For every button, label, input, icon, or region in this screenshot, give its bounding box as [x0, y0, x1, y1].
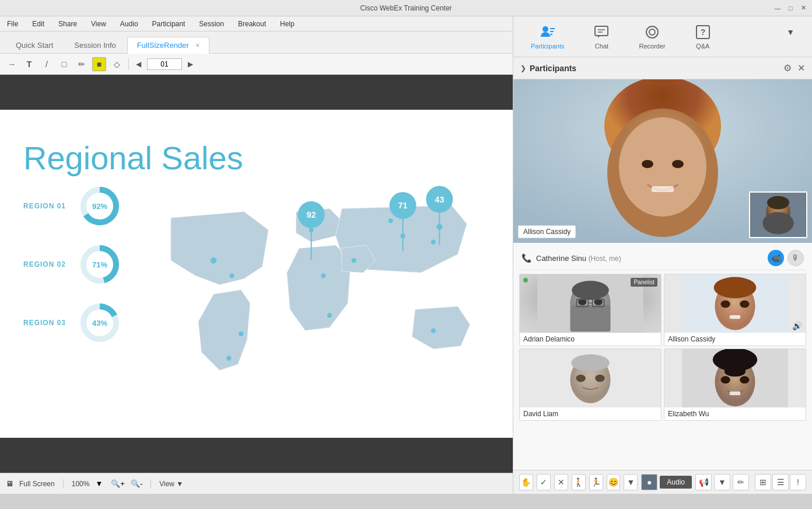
svg-rect-53 [570, 305, 610, 332]
faster-button[interactable]: 🏃 [589, 474, 603, 490]
chat-icon-button[interactable]: Chat [593, 24, 610, 50]
svg-point-43 [642, 160, 653, 168]
pen-tool[interactable]: ✏ [75, 57, 89, 71]
region-row-1: REGION 01 92% [23, 186, 120, 226]
svg-point-61 [714, 277, 757, 298]
slide-status-bar: 🖥 Full Screen 100% ▼ 🔍+ 🔍- View ▼ [0, 473, 513, 494]
close-button[interactable]: ✕ [799, 4, 807, 12]
gear-icon[interactable]: ⚙ [783, 62, 792, 74]
emoji-dropdown[interactable]: ▼ [624, 474, 638, 490]
line-tool[interactable]: / [40, 57, 54, 71]
fill-tool[interactable]: ■ [92, 57, 106, 71]
region-label-2: REGION 02 [23, 260, 70, 269]
participants-icon-button[interactable]: Participants [531, 24, 564, 50]
svg-point-10 [321, 273, 326, 278]
recorder-icon-button[interactable]: Recorder [639, 24, 665, 50]
region-donut-3: 43% [79, 302, 120, 343]
world-map-area: 92 71 43 [134, 156, 513, 438]
menu-session[interactable]: Session [197, 19, 226, 29]
menu-file[interactable]: File [5, 19, 20, 29]
info-button[interactable]: ! [790, 474, 806, 490]
participant-name-4: Elizabeth Wu [664, 407, 806, 420]
region-label-1: REGION 01 [23, 202, 70, 210]
svg-text:?: ? [700, 27, 705, 37]
svg-point-75 [740, 376, 749, 384]
host-controls: 📹 🎙 [768, 250, 804, 266]
maximize-button[interactable]: □ [786, 4, 794, 12]
prev-page-button[interactable]: ◀ [134, 59, 144, 69]
svg-point-69 [595, 375, 604, 382]
region-donut-2: 71% [79, 244, 120, 285]
menu-audio[interactable]: Audio [118, 19, 141, 29]
rect-tool[interactable]: □ [57, 57, 71, 71]
list-view-button[interactable]: ☰ [772, 474, 789, 490]
right-bottom-right: 📢 ▼ ✏ [695, 474, 749, 490]
zoom-out[interactable]: 🔍- [131, 479, 142, 488]
minimize-button[interactable]: — [774, 4, 782, 12]
main-video-name-badge: Allison Cassidy [518, 225, 576, 238]
menu-help[interactable]: Help [278, 19, 297, 29]
tab-full-size-render[interactable]: FullSizeRender × [127, 37, 210, 54]
svg-point-52 [572, 281, 609, 300]
expand-arrow[interactable]: ▼ [786, 27, 794, 37]
svg-point-49 [767, 196, 789, 210]
svg-point-68 [576, 375, 585, 382]
top-icon-bar: Participants Chat Recorder [513, 16, 812, 57]
raise-hand-button[interactable]: ✋ [519, 474, 533, 490]
svg-rect-64 [730, 315, 740, 319]
annotate-button[interactable]: ✏ [733, 474, 749, 490]
svg-point-16 [431, 328, 436, 333]
svg-point-62 [720, 301, 730, 308]
left-panel: File Edit Share View Audio Participant S… [0, 16, 513, 494]
arrow-tool[interactable]: → [5, 57, 19, 71]
participant-card: Panelist Adrian Delamico [519, 274, 662, 346]
close-panel-icon[interactable]: ✕ [797, 62, 805, 74]
region-2-value: 71% [92, 260, 107, 269]
view-button[interactable]: View ▼ [159, 480, 183, 488]
svg-point-7 [229, 273, 234, 278]
menu-participant[interactable]: Participant [150, 19, 188, 29]
menu-breakout[interactable]: Breakout [236, 19, 268, 29]
region-label-3: REGION 03 [23, 319, 70, 327]
host-name: Catherine Sinu (Host, me) [536, 254, 763, 263]
tab-quick-start[interactable]: Quick Start [6, 37, 63, 53]
svg-point-28 [542, 26, 548, 32]
window-controls: — □ ✕ [774, 4, 807, 12]
menu-edit[interactable]: Edit [30, 19, 47, 29]
grid-view-button[interactable]: ⊞ [755, 474, 771, 490]
svg-text:92: 92 [306, 210, 316, 219]
eraser-tool[interactable]: ◇ [110, 57, 124, 71]
video-toggle-button[interactable]: 📹 [768, 250, 784, 266]
collapse-arrow[interactable]: ❯ [520, 64, 526, 72]
participants-panel-title: Participants [530, 64, 783, 73]
next-page-button[interactable]: ▶ [186, 59, 195, 69]
checkmark-button[interactable]: ✓ [537, 474, 551, 490]
x-button[interactable]: ✕ [554, 474, 568, 490]
emoji-button[interactable]: 😊 [607, 474, 621, 490]
page-input[interactable] [147, 58, 182, 70]
slide-area: Regional Sales REGION 01 92% [0, 75, 513, 494]
status-circle-button[interactable]: ● [641, 474, 657, 490]
broadcast-dropdown[interactable]: ▼ [714, 474, 730, 490]
slide-inner: Regional Sales REGION 01 92% [0, 110, 513, 438]
text-tool[interactable]: T [22, 57, 36, 71]
mic-mute-button[interactable]: 🎙 [788, 250, 804, 266]
svg-point-44 [672, 160, 684, 168]
svg-point-67 [571, 354, 609, 371]
svg-point-15 [327, 313, 332, 318]
svg-point-17 [226, 355, 231, 360]
audio-button[interactable]: Audio [660, 476, 692, 489]
tab-session-info[interactable]: Session Info [64, 37, 126, 53]
qa-icon-button[interactable]: ? Q&A [695, 24, 711, 50]
menu-view[interactable]: View [89, 19, 108, 29]
svg-point-48 [762, 212, 793, 234]
tab-close-icon[interactable]: × [195, 41, 200, 50]
broadcast-button[interactable]: 📢 [695, 474, 712, 490]
svg-text:43: 43 [435, 195, 444, 204]
zoom-dropdown[interactable]: ▼ [95, 479, 103, 488]
participants-label: Participants [531, 43, 564, 50]
main-video: Allison Cassidy [513, 79, 812, 243]
zoom-in[interactable]: 🔍+ [111, 479, 125, 488]
slower-button[interactable]: 🚶 [572, 474, 586, 490]
menu-share[interactable]: Share [56, 19, 79, 29]
